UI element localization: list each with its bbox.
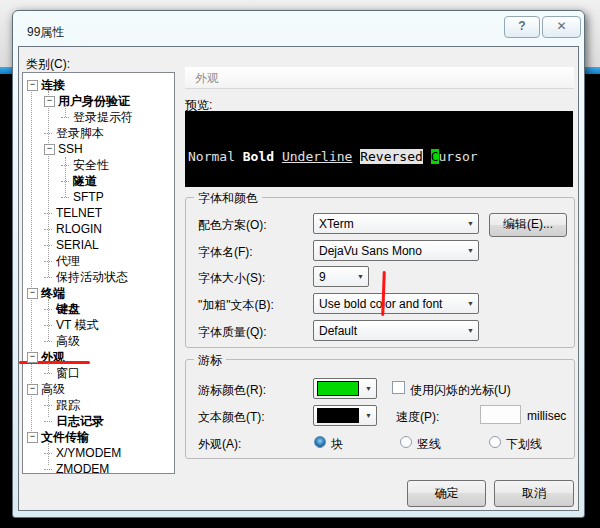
tree-connector (48, 299, 49, 341)
tree-collapse-icon[interactable]: − (27, 80, 38, 91)
tree-item[interactable]: SFTP (23, 189, 174, 205)
category-label: 类别(C): (26, 56, 70, 73)
cursor-color-label: 游标颜色(R): (198, 382, 266, 399)
font-color-group-title: 字体和颜色 (194, 190, 262, 207)
tree-connector (65, 157, 66, 197)
chevron-down-icon: ▼ (361, 385, 376, 392)
tree-item[interactable]: −用户身份验证 (23, 93, 174, 109)
tree-item[interactable]: −连接 (23, 77, 174, 93)
tree-item[interactable]: TELNET (23, 205, 174, 221)
tree-connector (44, 421, 52, 422)
tree-collapse-icon[interactable]: − (44, 96, 55, 107)
tree-item-label: 登录脚本 (56, 125, 104, 142)
font-size-label: 字体大小(S): (198, 270, 265, 287)
radio-block-label: 块 (331, 436, 343, 453)
dialog-body: 类别(C): −连接−用户身份验证登录提示符登录脚本−SSH安全性隧道SFTPT… (18, 46, 579, 511)
tree-item[interactable]: ZMODEM (23, 461, 174, 474)
preview-style-line: Normal Bold Underline Reversed Cursor (188, 148, 570, 166)
tree-collapse-icon[interactable]: − (27, 384, 38, 395)
cursor-color-swatch (317, 381, 359, 396)
tree-item[interactable]: 登录提示符 (23, 109, 174, 125)
tree-item[interactable]: 安全性 (23, 157, 174, 173)
tree-item[interactable]: 窗口 (23, 365, 174, 381)
close-icon: ✕ (556, 19, 566, 33)
speed-label: 速度(P): (396, 409, 439, 426)
tree-item[interactable]: −SSH (23, 141, 174, 157)
font-name-select[interactable]: DejaVu Sans Mono ▼ (313, 240, 479, 261)
tree-item-label: SERIAL (56, 238, 99, 252)
tree-item-label: 高级 (41, 381, 65, 398)
cursor-color-select[interactable]: ▼ (313, 378, 377, 399)
chevron-down-icon: ▼ (463, 220, 478, 227)
tree-item[interactable]: 键盘 (23, 301, 174, 317)
color-scheme-select[interactable]: XTerm ▼ (313, 213, 479, 234)
tree-item-label: ZMODEM (56, 462, 109, 474)
tree-item[interactable]: 日志记录 (23, 413, 174, 429)
tree-item-label: 连接 (41, 77, 65, 94)
tree-collapse-icon[interactable]: − (27, 352, 38, 363)
ok-button[interactable]: 确定 (407, 480, 486, 507)
tree-collapse-icon[interactable]: − (27, 432, 38, 443)
speed-unit-label: millisec (527, 409, 566, 423)
tree-connector (48, 443, 49, 465)
speed-input[interactable] (480, 405, 521, 424)
tree-item-label: SSH (58, 142, 83, 156)
tree-item[interactable]: 保持活动状态 (23, 269, 174, 285)
tree-item[interactable]: 高级 (23, 333, 174, 349)
tree-item-label: 日志记录 (56, 413, 104, 430)
tree-item[interactable]: SERIAL (23, 237, 174, 253)
close-button[interactable]: ✕ (542, 16, 581, 38)
tree-connector (48, 395, 49, 417)
font-color-group: 字体和颜色 配色方案(O): XTerm ▼ 编辑(E)... 字体名(F): … (185, 197, 575, 348)
tree-item-label: 隧道 (73, 173, 97, 190)
font-size-select[interactable]: 9 ▼ (313, 266, 369, 287)
tree-item[interactable]: −终端 (23, 285, 174, 301)
tree-collapse-icon[interactable]: − (44, 144, 55, 155)
window-title: 99属性 (27, 24, 64, 41)
tree-item[interactable]: RLOGIN (23, 221, 174, 237)
tree-item-label: 安全性 (73, 157, 109, 174)
tree-connector (31, 85, 32, 433)
tree-item-label: 键盘 (56, 301, 80, 318)
tree-item-label: TELNET (56, 206, 102, 220)
tree-item[interactable]: −高级 (23, 381, 174, 397)
edit-scheme-button[interactable]: 编辑(E)... (489, 213, 567, 237)
category-tree[interactable]: −连接−用户身份验证登录提示符登录脚本−SSH安全性隧道SFTPTELNETRL… (22, 72, 175, 474)
tree-connector (48, 91, 49, 277)
help-icon: ? (518, 19, 525, 33)
tree-item[interactable]: 隧道 (23, 173, 174, 189)
chevron-down-icon: ▼ (463, 247, 478, 254)
font-quality-label: 字体质量(Q): (198, 324, 267, 341)
tree-item-label: VT 模式 (56, 317, 98, 334)
radio-underline[interactable] (489, 436, 501, 448)
tree-item[interactable]: 登录脚本 (23, 125, 174, 141)
text-color-select[interactable]: ▼ (313, 405, 377, 426)
tree-item-label: SFTP (73, 190, 104, 204)
chevron-down-icon: ▼ (463, 300, 478, 307)
chevron-down-icon: ▼ (361, 412, 376, 419)
tree-item-label: 窗口 (56, 365, 80, 382)
font-quality-select[interactable]: Default ▼ (313, 320, 479, 341)
tree-item-label: X/YMODEM (56, 446, 121, 460)
blink-cursor-checkbox[interactable] (392, 381, 405, 394)
bold-text-label: "加粗"文本(B): (198, 297, 274, 314)
cursor-group: 游标 游标颜色(R): ▼ 使用闪烁的光标(U) 文本颜色(T): ▼ 速度(P… (185, 359, 575, 459)
tree-item[interactable]: 跟踪 (23, 397, 174, 413)
bold-text-select[interactable]: Use bold color and font ▼ (313, 293, 479, 314)
tree-item[interactable]: X/YMODEM (23, 445, 174, 461)
text-color-swatch (317, 408, 359, 423)
chevron-down-icon: ▼ (463, 327, 478, 334)
cancel-button[interactable]: 取消 (494, 480, 574, 507)
radio-block[interactable] (314, 436, 326, 448)
tree-item-label: 登录提示符 (73, 109, 133, 126)
tree-collapse-icon[interactable]: − (27, 288, 38, 299)
tree-item-label: 用户身份验证 (58, 93, 130, 110)
radio-vertical-line[interactable] (400, 436, 412, 448)
tree-item[interactable]: VT 模式 (23, 317, 174, 333)
chevron-down-icon: ▼ (353, 273, 368, 280)
tree-item[interactable]: −文件传输 (23, 429, 174, 445)
tree-connector (48, 363, 49, 373)
help-button[interactable]: ? (504, 16, 540, 38)
tree-item[interactable]: 代理 (23, 253, 174, 269)
tree-item-label: 终端 (41, 285, 65, 302)
